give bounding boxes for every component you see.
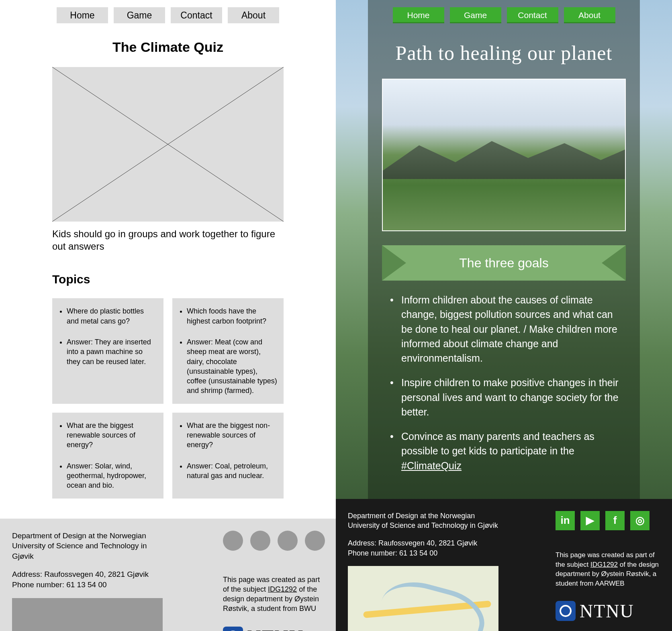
hero-image — [382, 79, 626, 231]
social-links: in ▶ f ◎ — [556, 511, 660, 530]
footer-dept: Department of Design at the Norwegian Un… — [12, 531, 163, 562]
goals-banner: The three goals — [382, 245, 626, 281]
instagram-icon[interactable]: ◎ — [630, 511, 650, 530]
nav-home[interactable]: Home — [393, 7, 444, 23]
footer: Department of Design at the Norwegian Un… — [336, 499, 672, 631]
linkedin-icon[interactable]: in — [556, 511, 575, 530]
nav-bar: Home Game Contact About — [52, 7, 284, 23]
topic-answer: Answer: Coal, petroleum, natural gas and… — [187, 461, 278, 481]
hero-image-placeholder — [52, 67, 284, 222]
nav-about[interactable]: About — [228, 7, 279, 23]
ntnu-logo: NTNU — [556, 600, 660, 622]
mockup-about-page: Home Game Contact About Path to healing … — [336, 0, 672, 631]
topic-card: What are the biggest renewable sources o… — [52, 413, 163, 499]
ntnu-logo-text: NTNU — [580, 600, 634, 622]
footer-credit: This page was created as part of the sub… — [556, 550, 660, 588]
footer-credit: This page was created as part of the sub… — [223, 575, 325, 614]
topic-card: Where do plastic bottles and metal cans … — [52, 298, 163, 403]
topic-card: Which foods have the highest carbon foot… — [172, 298, 284, 403]
social-icon[interactable] — [250, 531, 270, 551]
nav-game[interactable]: Game — [114, 7, 165, 23]
footer-contact: Address: Raufossvegen 40, 2821 GjøvikPho… — [348, 538, 507, 558]
goal-item: Convince as many parents and teachers as… — [390, 429, 626, 473]
topic-question: What are the biggest renewable sources o… — [67, 421, 158, 450]
subtitle-text: Kids should go in groups and work togeth… — [52, 228, 284, 252]
nav-bar: Home Game Contact About — [382, 7, 626, 23]
footer-contact: Address: Raufossvegen 40, 2821 GjøvikPho… — [12, 569, 163, 590]
nav-about[interactable]: About — [564, 7, 615, 23]
facebook-icon[interactable]: f — [605, 511, 625, 530]
ntnu-logo: NTNU — [223, 626, 325, 631]
page-title: Path to healing our planet — [382, 41, 626, 65]
nav-game[interactable]: Game — [450, 7, 501, 23]
nav-home[interactable]: Home — [57, 7, 108, 23]
footer-dept: Department of Design at the Norwegian Un… — [348, 511, 507, 531]
social-icon[interactable] — [223, 531, 243, 551]
topic-question: What are the biggest non-renewable sourc… — [187, 421, 278, 450]
goal-item: Inspire children to make positive change… — [390, 375, 626, 419]
goal-item: Inform children about the causes of clim… — [390, 293, 626, 365]
topic-question: Which foods have the highest carbon foot… — [187, 306, 278, 326]
nav-contact[interactable]: Contact — [171, 7, 222, 23]
map-embed[interactable] — [348, 566, 498, 631]
social-links — [223, 531, 325, 551]
goals-banner-text: The three goals — [459, 256, 548, 271]
hashtag-link[interactable]: #ClimateQuiz — [401, 460, 462, 471]
nav-contact[interactable]: Contact — [507, 7, 558, 23]
topic-question: Where do plastic bottles and metal cans … — [67, 306, 158, 326]
topic-answer: Answer: Solar, wind, geothermal, hydropo… — [67, 461, 158, 491]
topic-card: What are the biggest non-renewable sourc… — [172, 413, 284, 499]
youtube-icon[interactable]: ▶ — [580, 511, 600, 530]
ntnu-logo-icon — [223, 627, 243, 631]
wireframe-about-page: Home Game Contact About The Climate Quiz… — [0, 0, 336, 631]
page-title: The Climate Quiz — [52, 39, 284, 55]
topic-answer: Answer: Meat (cow and sheep meat are wor… — [187, 337, 278, 396]
footer: Department of Design at the Norwegian Un… — [0, 519, 336, 631]
topics-grid: Where do plastic bottles and metal cans … — [52, 298, 284, 498]
topic-answer: Answer: They are inserted into a pawn ma… — [67, 337, 158, 366]
topics-heading: Topics — [52, 273, 284, 286]
ntnu-logo-text: NTNU — [247, 626, 304, 631]
social-icon[interactable] — [278, 531, 298, 551]
map-placeholder[interactable]: Map — [12, 598, 163, 631]
ntnu-logo-icon — [556, 601, 576, 621]
goals-list: Inform children about the causes of clim… — [382, 293, 626, 499]
social-icon[interactable] — [305, 531, 325, 551]
